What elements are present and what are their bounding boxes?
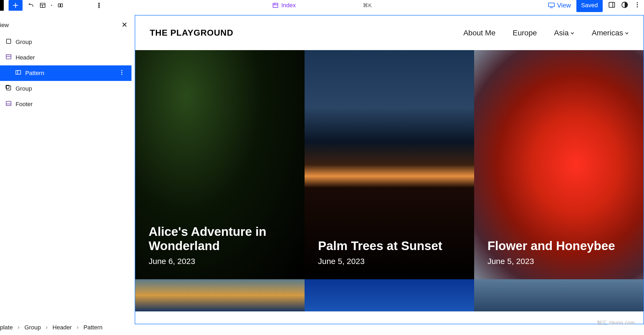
breadcrumb-separator: › bbox=[77, 324, 79, 331]
tree-item-label: Footer bbox=[16, 101, 33, 108]
list-view-title: iew bbox=[0, 22, 9, 29]
template-title[interactable]: Index bbox=[272, 2, 296, 9]
editor-canvas[interactable]: THE PLAYGROUND About Me Europe Asia Amer… bbox=[135, 15, 644, 324]
styles-button[interactable] bbox=[621, 1, 628, 10]
close-icon bbox=[121, 21, 128, 28]
group-icon bbox=[5, 38, 12, 46]
post-title[interactable]: Palm Trees at Sunset bbox=[318, 239, 460, 253]
list-view-button[interactable] bbox=[39, 2, 46, 9]
undo-button[interactable] bbox=[27, 2, 34, 9]
tree-item-label: Group bbox=[16, 39, 32, 46]
breadcrumb-separator: › bbox=[18, 324, 20, 331]
svg-rect-25 bbox=[16, 70, 18, 74]
breadcrumb-item[interactable]: plate bbox=[0, 324, 13, 331]
pattern-icon bbox=[15, 69, 21, 77]
footer-icon bbox=[5, 100, 12, 108]
desktop-icon bbox=[548, 2, 555, 8]
toolbar-more-button[interactable] bbox=[96, 2, 103, 9]
list-view-panel: iew Group Header Pattern Group Footer bbox=[0, 19, 131, 112]
save-button[interactable]: Saved bbox=[576, 0, 603, 12]
block-breadcrumb: plate › Group › Header › Pattern bbox=[0, 320, 103, 335]
svg-point-28 bbox=[121, 74, 122, 75]
svg-rect-22 bbox=[6, 55, 11, 59]
undo-icon bbox=[28, 2, 34, 9]
svg-point-7 bbox=[98, 7, 100, 8]
tree-item-pattern[interactable]: Pattern bbox=[0, 65, 131, 81]
wp-logo-edge[interactable] bbox=[0, 0, 4, 11]
svg-rect-31 bbox=[6, 101, 11, 106]
group-icon bbox=[5, 85, 12, 93]
nav-item-americas[interactable]: Americas bbox=[592, 29, 629, 37]
tree-item-group[interactable]: Group bbox=[0, 34, 131, 50]
editor-canvas-wrapper: THE PLAYGROUND About Me Europe Asia Amer… bbox=[135, 15, 644, 324]
site-header[interactable]: THE PLAYGROUND About Me Europe Asia Amer… bbox=[135, 16, 643, 50]
nav-item-europe[interactable]: Europe bbox=[513, 29, 537, 37]
svg-rect-23 bbox=[6, 55, 11, 56]
svg-point-6 bbox=[98, 5, 100, 6]
post-date[interactable]: June 6, 2023 bbox=[149, 257, 291, 266]
post-card[interactable]: Alice's Adventure in Wonderland June 6, … bbox=[135, 50, 305, 279]
sidebar-icon bbox=[608, 1, 616, 9]
toolbar-left bbox=[0, 0, 103, 11]
post-date[interactable]: June 5, 2023 bbox=[318, 257, 460, 266]
options-button[interactable] bbox=[634, 1, 641, 9]
add-block-button[interactable] bbox=[9, 0, 23, 11]
post-title[interactable]: Flower and Honeybee bbox=[488, 239, 630, 253]
toolbar-right: View Saved bbox=[548, 0, 641, 12]
chevron-down-icon bbox=[625, 29, 629, 37]
document-overview-button[interactable] bbox=[57, 2, 64, 9]
post-card[interactable]: Palm Trees at Sunset June 5, 2023 bbox=[305, 50, 474, 279]
more-vertical-icon bbox=[634, 1, 641, 8]
svg-rect-21 bbox=[6, 39, 11, 43]
svg-point-26 bbox=[121, 70, 122, 71]
svg-rect-13 bbox=[609, 2, 615, 8]
close-list-view-button[interactable] bbox=[121, 21, 128, 29]
posts-grid-row2 bbox=[135, 279, 643, 311]
svg-rect-29 bbox=[6, 86, 11, 90]
posts-grid: Alice's Adventure in Wonderland June 6, … bbox=[135, 50, 643, 279]
watermark: 智汇 zhuon.com bbox=[597, 319, 635, 326]
layout-icon bbox=[39, 2, 46, 9]
save-button-label: Saved bbox=[581, 2, 598, 9]
tree-item-group[interactable]: Group bbox=[0, 81, 131, 96]
post-card[interactable]: Flower and Honeybee June 5, 2023 bbox=[474, 50, 643, 279]
svg-point-16 bbox=[637, 2, 638, 3]
tree-item-options-button[interactable] bbox=[119, 69, 125, 77]
post-card[interactable] bbox=[474, 279, 643, 311]
tree-item-label: Pattern bbox=[25, 70, 44, 77]
nav-item-about[interactable]: About Me bbox=[463, 29, 496, 37]
settings-panel-toggle[interactable] bbox=[608, 1, 616, 10]
nav-item-asia[interactable]: Asia bbox=[554, 29, 575, 37]
svg-point-5 bbox=[98, 3, 100, 4]
header-icon bbox=[5, 54, 12, 62]
tree-item-label: Header bbox=[16, 54, 35, 61]
template-icon bbox=[272, 2, 279, 9]
tree-item-header[interactable]: Header bbox=[0, 50, 131, 65]
site-navigation: About Me Europe Asia Americas bbox=[463, 29, 629, 37]
svg-rect-8 bbox=[273, 3, 278, 8]
site-title[interactable]: THE PLAYGROUND bbox=[150, 28, 233, 38]
post-card[interactable] bbox=[135, 279, 305, 311]
breadcrumb-item[interactable]: Header bbox=[53, 324, 72, 331]
svg-point-27 bbox=[121, 72, 122, 73]
view-button[interactable]: View bbox=[548, 2, 571, 9]
tree-item-label: Group bbox=[16, 85, 32, 92]
svg-point-17 bbox=[637, 4, 638, 5]
more-vertical-icon bbox=[96, 2, 102, 9]
post-date[interactable]: June 5, 2023 bbox=[488, 257, 630, 266]
post-title[interactable]: Alice's Adventure in Wonderland bbox=[149, 225, 291, 253]
svg-point-18 bbox=[637, 6, 638, 7]
tree-item-footer[interactable]: Footer bbox=[0, 96, 131, 112]
more-vertical-icon bbox=[119, 69, 125, 76]
svg-rect-3 bbox=[58, 4, 60, 7]
svg-rect-24 bbox=[16, 70, 21, 74]
breadcrumb-item[interactable]: Group bbox=[24, 324, 41, 331]
breadcrumb-item[interactable]: Pattern bbox=[83, 324, 103, 331]
chevron-down-icon bbox=[570, 29, 575, 37]
editor-toolbar: Index ⌘K View Saved bbox=[0, 0, 644, 11]
template-title-text: Index bbox=[281, 2, 296, 9]
separator-dot bbox=[51, 5, 52, 6]
styles-icon bbox=[621, 1, 628, 9]
command-palette-shortcut[interactable]: ⌘K bbox=[363, 2, 372, 9]
post-card[interactable] bbox=[305, 279, 474, 311]
